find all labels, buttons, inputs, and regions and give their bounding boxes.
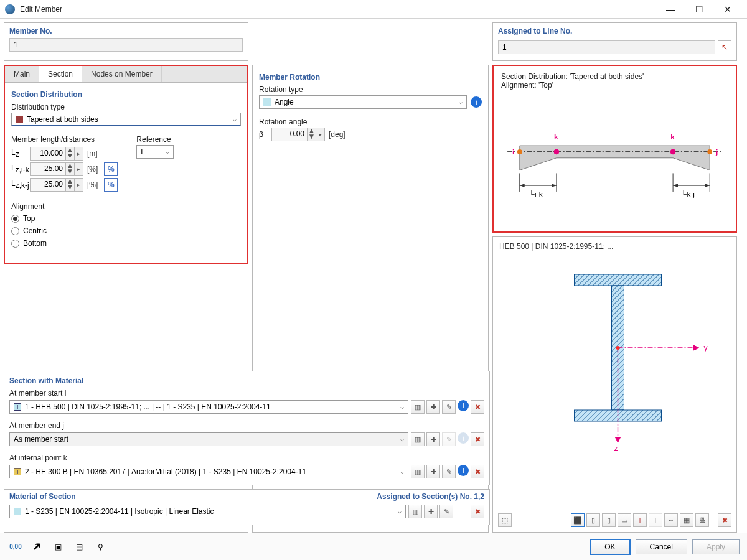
library-button[interactable]: ▥ [411,465,425,478]
rotation-angle-symbol: β [259,130,271,139]
rotation-angle-input[interactable]: 0.00 ▲▼ ▸ [271,128,325,141]
new-button[interactable]: ✚ [426,400,440,414]
svg-point-3 [554,149,559,154]
library-button[interactable]: ▥ [411,400,425,414]
lzik-input[interactable]: 25.00 ▲▼ ▸ [30,162,83,176]
rotation-angle-unit: [deg] [329,130,345,139]
library-button[interactable]: ▥ [408,505,422,518]
tab-section[interactable]: Section [39,66,82,82]
chevron-down-icon: ⌵ [233,116,237,123]
edit-button[interactable]: ✎ [439,505,453,518]
library-button[interactable]: ▥ [411,432,425,446]
alignment-centric-radio[interactable]: Centric [11,225,241,237]
view-top-button[interactable]: ▭ [618,513,631,527]
footer-bar: 0,00 🡽 ▣ ▤ ⚲ OK Cancel Apply [0,533,747,560]
chevron-down-icon: ⌵ [166,148,169,155]
rotation-type-select[interactable]: Angle ⌵ [259,95,467,109]
dist-type-select[interactable]: Tapered at both sides ⌵ [11,113,241,126]
window-title: Edit Member [20,5,656,14]
start-section-label: At member start i [9,388,484,399]
delete-button[interactable]: ✖ [471,432,484,446]
diagram-lkj: Lk-j [683,188,695,198]
svg-point-5 [707,149,712,154]
alignment-bottom-radio[interactable]: Bottom [11,237,241,250]
dist-type-swatch-icon [16,116,23,123]
align-bottom-text: Bottom [23,239,47,248]
delete-button[interactable]: ✖ [471,400,484,414]
dimension-toggle-button[interactable]: ↔ [664,513,678,527]
start-section-select[interactable]: I 1 - HEB 500 | DIN 1025-2:1995-11; ... … [9,400,408,414]
lzik-unit: [%] [87,165,98,174]
ok-button[interactable]: OK [590,539,630,555]
material-assigned-label: Assigned to Section(s) No. 1,2 [377,492,484,501]
svg-marker-0 [520,146,710,170]
preview-tool-1[interactable]: ⬚ [498,513,512,527]
minimize-button[interactable]: — [656,0,685,19]
maximize-button[interactable]: ☐ [685,0,713,19]
view-side-button[interactable]: ▯ [602,513,616,527]
percent-button-kj[interactable]: % [104,178,118,192]
end-section-select[interactable]: As member start ⌵ [9,432,408,446]
chevron-down-icon: ⌵ [400,436,404,442]
chevron-down-icon: ⌵ [459,98,463,105]
tool-icon-2[interactable]: 🡽 [29,539,45,555]
tabs-row: Main Section Nodes on Member [5,66,247,83]
reset-view-button[interactable]: ✖ [718,513,731,527]
chevron-down-icon: ⌵ [400,403,404,410]
lzkj-input[interactable]: 25.00 ▲▼ ▸ [30,178,83,192]
ibeam-icon[interactable]: I [633,513,647,527]
svg-marker-21 [694,345,699,350]
material-value: 1 - S235 | EN 10025-2:2004-11 | Isotropi… [25,507,214,516]
view-disabled-button: I [649,513,662,527]
tab-nodes-on-member[interactable]: Nodes on Member [82,66,162,82]
member-no-panel: Member No. 1 [4,22,248,61]
reference-label: Reference [136,134,174,145]
material-section-header: Material of Section [9,492,76,501]
new-button[interactable]: ✚ [426,432,440,446]
tab-main[interactable]: Main [5,66,39,82]
percent-button-ik[interactable]: % [104,162,118,176]
reference-select[interactable]: L ⌵ [136,145,174,159]
assigned-line-label: Assigned to Line No. [493,23,736,38]
diagram-k1-label: k [554,133,558,141]
delete-button[interactable]: ✖ [471,505,484,518]
section-settings-panel: Main Section Nodes on Member Section Dis… [4,65,248,264]
k-section-select[interactable]: I 2 - HE 300 B | EN 10365:2017 | Arcelor… [9,465,408,478]
k-section-label: At internal point k [9,452,484,464]
close-button[interactable]: ✕ [713,0,742,19]
dist-type-label: Distribution type [11,101,241,113]
new-button[interactable]: ✚ [426,465,440,478]
member-no-input[interactable]: 1 [9,38,243,52]
new-button[interactable]: ✚ [424,505,438,518]
info-icon[interactable]: i [458,400,469,411]
info-icon[interactable]: i [471,96,482,108]
edit-button[interactable]: ✎ [442,400,456,414]
grid-toggle-button[interactable]: ▦ [680,513,693,527]
cancel-button[interactable]: Cancel [636,539,687,554]
ibeam-swatch-icon: I [14,403,21,411]
length-symbol-lzkj: Lz,k-j [11,179,30,190]
tool-icon-5[interactable]: ⚲ [92,539,108,555]
material-select[interactable]: 1 - S235 | EN 10025-2:2004-11 | Isotropi… [9,505,406,518]
info-icon[interactable]: i [458,465,469,476]
units-tool-icon[interactable]: 0,00 [7,539,24,555]
view-iso-button[interactable]: ⬛ [571,513,585,527]
svg-rect-17 [575,274,662,286]
reference-value: L [141,147,145,156]
svg-marker-10 [552,184,557,187]
pick-line-button[interactable]: ↖ [718,40,731,54]
print-button[interactable]: 🖶 [695,513,709,527]
edit-button[interactable]: ✎ [442,465,456,478]
diagram-y-axis: y [704,343,708,352]
alignment-top-radio[interactable]: Top [11,212,241,225]
diagram-k2-label: k [670,133,675,141]
assigned-line-input[interactable]: 1 [498,40,715,54]
tool-icon-4[interactable]: ▤ [71,539,87,555]
lz-input[interactable]: 10.000 ▲▼ ▸ [30,147,83,161]
k-section-value: 2 - HE 300 B | EN 10365:2017 | ArcelorMi… [25,467,306,476]
chevron-down-icon: ⌵ [398,508,402,515]
view-front-button[interactable]: ▯ [586,513,600,527]
titlebar: Edit Member — ☐ ✕ [0,0,747,19]
delete-button[interactable]: ✖ [471,465,484,478]
tool-icon-3[interactable]: ▣ [50,539,66,555]
